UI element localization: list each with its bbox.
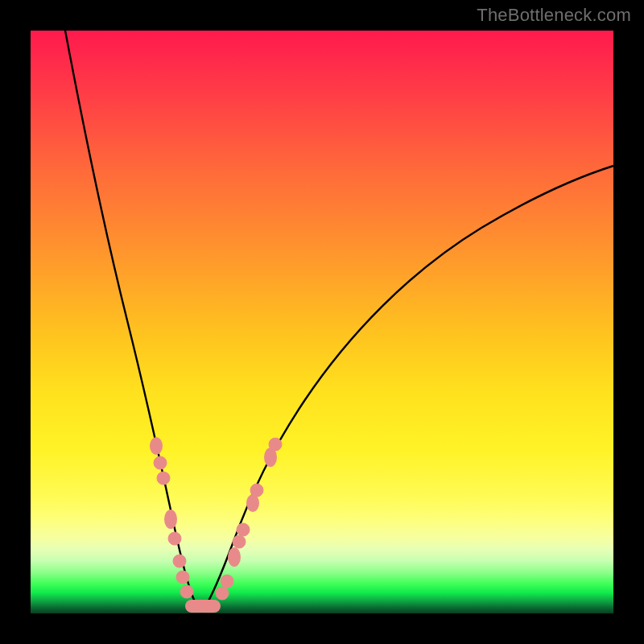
marker-dot bbox=[228, 547, 241, 567]
marker-dot bbox=[168, 532, 181, 545]
marker-dot bbox=[157, 472, 170, 485]
watermark-text: TheBottleneck.com bbox=[477, 5, 631, 26]
curve-left-branch bbox=[65, 31, 200, 612]
marker-dot bbox=[216, 587, 229, 600]
marker-dot bbox=[180, 585, 193, 598]
marker-dot bbox=[250, 484, 263, 497]
plot-area bbox=[31, 31, 613, 613]
chart-svg bbox=[31, 31, 613, 613]
marker-dot bbox=[269, 438, 282, 451]
marker-dot bbox=[221, 575, 233, 588]
curve-right-branch bbox=[202, 166, 613, 612]
marker-dot bbox=[237, 523, 250, 536]
marker-dot bbox=[233, 535, 246, 548]
marker-dot bbox=[176, 571, 189, 584]
marker-valley-capsule bbox=[185, 600, 221, 613]
marker-dot bbox=[173, 555, 186, 568]
marker-dot bbox=[164, 510, 177, 529]
chart-frame: TheBottleneck.com bbox=[0, 0, 644, 644]
marker-dot bbox=[150, 437, 163, 455]
marker-dot bbox=[154, 456, 167, 469]
